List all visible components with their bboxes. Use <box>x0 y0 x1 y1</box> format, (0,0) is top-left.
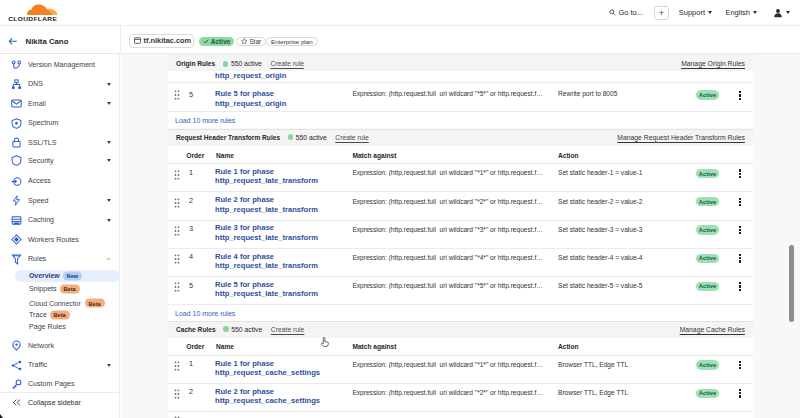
svg-text:CLOUDFLARE: CLOUDFLARE <box>8 16 57 22</box>
